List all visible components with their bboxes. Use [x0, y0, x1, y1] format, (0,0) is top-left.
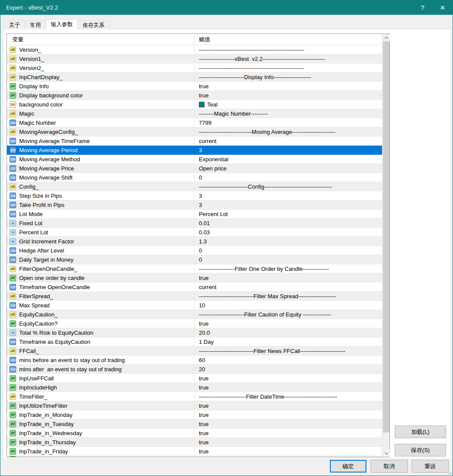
param-value[interactable]: 0 — [195, 173, 389, 182]
param-value[interactable]: true — [195, 438, 389, 446]
scrollbar-thumb[interactable] — [383, 41, 389, 433]
cancel-button[interactable]: 取消 — [371, 460, 408, 473]
table-row[interactable]: abVersion1_-------------------xBest v2.2… — [7, 54, 389, 63]
param-value[interactable]: ----------------------------Moving Avera… — [195, 127, 389, 136]
table-row[interactable]: InpTrade_in_Wednesdaytrue — [7, 429, 389, 438]
param-value[interactable]: true — [195, 419, 389, 428]
param-value[interactable]: --------Magic Number--------- — [195, 109, 389, 118]
param-value[interactable]: -------------------xBest v2.2-----------… — [195, 54, 389, 63]
table-row[interactable]: 123Max Spread10 — [7, 301, 389, 310]
param-value[interactable]: 60 — [195, 356, 389, 364]
param-value[interactable]: ----------------------------------------… — [195, 63, 389, 72]
param-value[interactable]: true — [195, 410, 389, 419]
param-value[interactable]: 0.01 — [195, 219, 389, 227]
table-row[interactable]: abVersion2_-----------------------------… — [7, 63, 389, 73]
param-value[interactable]: --------------------------Config--------… — [195, 182, 389, 191]
param-value[interactable]: 3 — [195, 191, 389, 200]
table-row[interactable]: ½Percent Lot0.03 — [7, 228, 389, 237]
close-button[interactable]: ✕ — [433, 0, 453, 15]
table-row[interactable]: InpTrade_in_Mondaytrue — [7, 410, 389, 419]
param-value[interactable]: current — [195, 283, 389, 291]
table-row[interactable]: InpTrade_in_Thursdaytrue — [7, 438, 389, 447]
table-row[interactable]: Open one order by candletrue — [7, 273, 389, 283]
table-row[interactable]: abFilterOpenOneCandle_------------------… — [7, 264, 389, 273]
table-row[interactable] — [7, 456, 389, 457]
table-row[interactable]: abTimeFilter_-------------------------Fi… — [7, 392, 389, 401]
table-row[interactable]: 123Timeframe as EquityCaution1 Day — [7, 337, 389, 346]
load-button[interactable]: 加载(L) — [395, 426, 446, 438]
param-value[interactable]: true — [195, 429, 389, 437]
param-value[interactable]: true — [195, 319, 389, 328]
table-row[interactable]: 123Hedge After Level0 — [7, 246, 389, 255]
resize-grip[interactable] — [447, 470, 451, 474]
table-row[interactable]: 123Magic Number7799 — [7, 118, 389, 127]
table-row[interactable]: ½Total % Risk to EquityCaution20.0 — [7, 328, 389, 337]
param-value[interactable]: 3 — [195, 146, 389, 154]
table-row[interactable]: 123Step Size in Pips3 — [7, 191, 389, 200]
param-value[interactable]: 7799 — [195, 118, 389, 127]
param-value[interactable]: ------------------------Display Info----… — [195, 73, 389, 81]
help-button[interactable]: ? — [413, 0, 433, 15]
column-header-variable[interactable]: 变量 — [7, 34, 195, 45]
param-value[interactable]: ------------------------Filter Caution o… — [195, 310, 389, 319]
table-row[interactable]: 123Moving Average Period3 — [7, 146, 389, 155]
reset-button[interactable]: 重设 — [412, 460, 449, 473]
table-row[interactable]: 123Moving Average MethodExponential — [7, 155, 389, 164]
table-row[interactable]: 123mins after an event to stay out of tr… — [7, 365, 389, 374]
scroll-up-button[interactable] — [383, 34, 390, 41]
param-value[interactable]: ----------------------------------------… — [195, 45, 389, 54]
table-row[interactable]: abFilterSpread_-------------------------… — [7, 292, 389, 301]
param-value[interactable]: Teal — [195, 100, 389, 109]
table-row[interactable]: InpUtilizeTimeFiltertrue — [7, 401, 389, 410]
param-value[interactable]: true — [195, 447, 389, 456]
param-value[interactable]: 1.3 — [195, 237, 389, 246]
param-value[interactable]: -----------------------------Filter Max … — [195, 292, 389, 300]
param-value[interactable]: 10 — [195, 301, 389, 310]
param-value[interactable]: 20 — [195, 365, 389, 373]
table-row[interactable]: ½Grid Increment Factor1.3 — [7, 237, 389, 246]
table-row[interactable]: 123Take Profit in Pips3 — [7, 200, 389, 210]
table-row[interactable]: 123Moving Average Shift0 — [7, 173, 389, 182]
table-row[interactable]: abInpChartDisplay_----------------------… — [7, 73, 389, 82]
table-row[interactable]: InpTrade_in_Tuesdaytrue — [7, 419, 389, 429]
table-row[interactable]: abVersion_------------------------------… — [7, 45, 389, 54]
param-value[interactable]: 0 — [195, 255, 389, 264]
param-value[interactable]: 1 Day — [195, 337, 389, 346]
table-row[interactable]: abMagic--------Magic Number--------- — [7, 109, 389, 118]
param-value[interactable]: 20.0 — [195, 328, 389, 337]
param-value[interactable]: 0.03 — [195, 228, 389, 236]
table-row[interactable]: abMovingAverageConfig_------------------… — [7, 127, 389, 136]
tab-dependencies[interactable]: 依存关系 — [77, 20, 110, 30]
vertical-scrollbar[interactable] — [382, 34, 389, 457]
param-value[interactable]: -----------------------------Filter News… — [195, 346, 389, 355]
param-value[interactable]: true — [195, 82, 389, 90]
param-value[interactable]: 3 — [195, 200, 389, 209]
param-value[interactable]: current — [195, 136, 389, 145]
table-row[interactable]: Display background colortrue — [7, 91, 389, 100]
tab-inputs[interactable]: 输入参数 — [46, 19, 78, 30]
table-row[interactable]: abEquityCaution_------------------------… — [7, 310, 389, 319]
param-value[interactable]: -------------------------Filter DateTime… — [195, 392, 389, 401]
tab-common[interactable]: 常用 — [25, 20, 46, 30]
param-value[interactable]: Open price — [195, 164, 389, 173]
ok-button[interactable]: 确定 — [330, 460, 366, 473]
table-row[interactable]: 123Moving Average PriceOpen price — [7, 164, 389, 173]
table-row[interactable]: ½Fixed Lot0.01 — [7, 219, 389, 228]
param-value[interactable]: true — [195, 383, 389, 392]
scroll-down-button[interactable] — [383, 449, 390, 457]
column-header-value[interactable]: 赋值 — [195, 34, 389, 45]
table-row[interactable]: abConfig_--------------------------Confi… — [7, 182, 389, 191]
param-value[interactable]: -------------------Filter One Order by C… — [195, 264, 389, 273]
param-value[interactable]: true — [195, 401, 389, 410]
param-value[interactable]: true — [195, 273, 389, 282]
table-row[interactable]: Display Infotrue — [7, 82, 389, 91]
param-value[interactable]: true — [195, 374, 389, 383]
table-row[interactable]: EquityCaution?true — [7, 319, 389, 328]
param-value[interactable] — [195, 456, 389, 457]
table-row[interactable]: 123Daily Target in Money0 — [7, 255, 389, 264]
table-row[interactable]: 123Moving Average TimeFramecurrent — [7, 136, 389, 146]
param-value[interactable]: Exponential — [195, 155, 389, 163]
param-value[interactable]: Percent Lot — [195, 210, 389, 218]
param-value[interactable]: true — [195, 91, 389, 100]
table-row[interactable]: 123Timeframe OpenOneCandlecurrent — [7, 283, 389, 292]
